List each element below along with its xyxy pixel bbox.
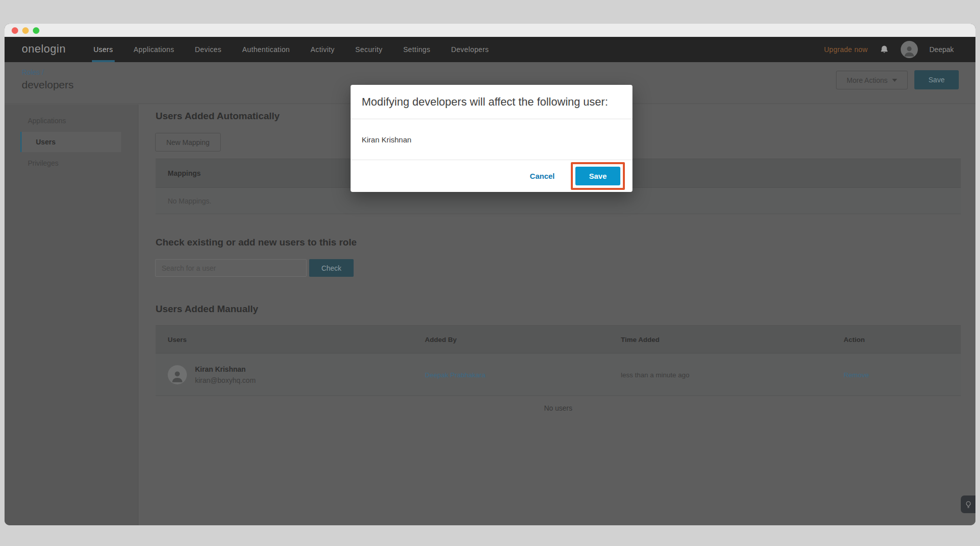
zoom-window-icon[interactable] [33, 27, 39, 34]
manual-users-table: Users Added By Time Added Action Kiran K… [156, 325, 961, 396]
more-actions-button[interactable]: More Actions [836, 71, 908, 89]
cancel-button[interactable]: Cancel [530, 172, 555, 180]
page-title: developers [22, 79, 74, 91]
modal-affected-user: Kiran Krishnan [351, 119, 632, 160]
nav-item-security[interactable]: Security [355, 37, 382, 62]
new-mapping-button[interactable]: New Mapping [155, 133, 221, 152]
nav-item-authentication[interactable]: Authentication [242, 37, 289, 62]
column-header-time-added: Time Added [621, 336, 844, 343]
modal-footer: Cancel Save [351, 160, 632, 191]
avatar [168, 365, 187, 384]
person-icon [170, 369, 184, 383]
more-actions-label: More Actions [847, 76, 888, 84]
confirm-modal: Modifying developers will affect the fol… [351, 85, 632, 192]
nav-item-developers[interactable]: Developers [451, 37, 489, 62]
breadcrumb[interactable]: Roles / [22, 68, 44, 76]
sidebar-item-privileges[interactable]: Privileges [5, 153, 138, 174]
nav-item-activity[interactable]: Activity [311, 37, 335, 62]
sidebar-item-applications[interactable]: Applications [5, 110, 138, 131]
nav-item-devices[interactable]: Devices [195, 37, 222, 62]
modal-save-button[interactable]: Save [575, 167, 620, 185]
nav-item-settings[interactable]: Settings [403, 37, 430, 62]
feedback-widget[interactable] [961, 495, 975, 513]
upgrade-now-link[interactable]: Upgrade now [824, 45, 868, 54]
annotation-highlight-box: Save [571, 162, 625, 190]
no-users-text: No users [156, 404, 961, 412]
time-added-text: less than a minute ago [621, 371, 690, 379]
remove-link[interactable]: Remove [844, 371, 869, 379]
close-window-icon[interactable] [12, 27, 18, 34]
action-cell: Remove [844, 370, 961, 379]
column-header-action: Action [844, 336, 961, 343]
navbar-right: Upgrade now Deepak [824, 37, 975, 62]
account-avatar[interactable] [901, 41, 918, 58]
user-name-email: Kiran Krishnan kiran@boxyhq.com [195, 365, 256, 384]
nav-item-users[interactable]: Users [93, 37, 113, 62]
modal-title: Modifying developers will affect the fol… [351, 85, 632, 119]
user-name: Kiran Krishnan [195, 365, 256, 373]
table-row: Kiran Krishnan kiran@boxyhq.com Deepak P… [156, 354, 961, 396]
sidebar-item-users[interactable]: Users [20, 132, 121, 152]
top-navbar: onelogin Users Applications Devices Auth… [5, 37, 975, 62]
lightbulb-icon [964, 501, 972, 509]
browser-window: onelogin Users Applications Devices Auth… [5, 24, 975, 525]
added-by-cell: Deepak Prabhakara [425, 370, 621, 379]
section-title-users-added-automatically: Users Added Automatically [156, 111, 280, 122]
search-user-input[interactable] [155, 259, 307, 277]
section-title-users-added-manually: Users Added Manually [156, 304, 258, 315]
nav-item-applications[interactable]: Applications [134, 37, 174, 62]
manual-table-header-row: Users Added By Time Added Action [156, 325, 961, 354]
column-header-users: Users [156, 336, 425, 343]
primary-nav: Users Applications Devices Authenticatio… [93, 37, 489, 62]
header-save-button[interactable]: Save [914, 70, 959, 89]
account-name[interactable]: Deepak [929, 45, 954, 54]
user-email: kiran@boxyhq.com [195, 376, 256, 384]
check-button[interactable]: Check [309, 259, 354, 277]
person-icon [903, 44, 916, 58]
column-header-added-by: Added By [425, 336, 621, 343]
chevron-down-icon [892, 79, 897, 82]
section-title-check-users: Check existing or add new users to this … [156, 237, 357, 248]
role-sidebar: Applications Users Privileges [5, 105, 138, 525]
time-added-cell: less than a minute ago [621, 370, 844, 379]
onelogin-logo[interactable]: onelogin [22, 37, 66, 62]
added-by-link[interactable]: Deepak Prabhakara [425, 371, 485, 379]
user-cell: Kiran Krishnan kiran@boxyhq.com [156, 365, 425, 384]
sidebar-spacer [5, 105, 138, 110]
minimize-window-icon[interactable] [22, 27, 29, 34]
window-titlebar [5, 24, 975, 37]
notification-bell-icon[interactable] [879, 45, 889, 55]
